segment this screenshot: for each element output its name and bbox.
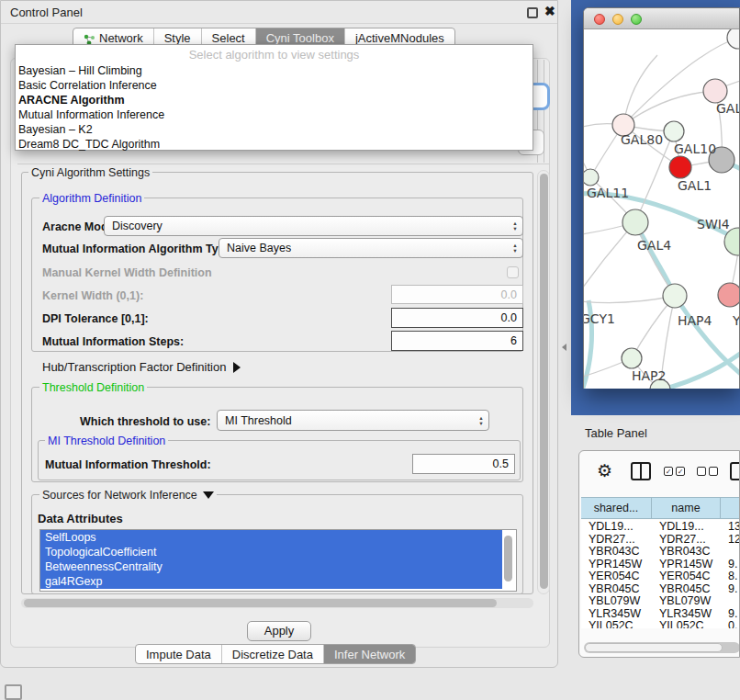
- table-column-header[interactable]: name: [652, 498, 721, 518]
- table-row[interactable]: YDL19...YDL19...13: [581, 520, 740, 533]
- table-cell: [721, 594, 740, 607]
- settings-vscrollbar-thumb[interactable]: [540, 174, 548, 589]
- which-threshold-select[interactable]: MI Threshold ▲▼: [217, 410, 489, 431]
- network-desktop-background: GALGAL80GAL10GAL1GAL11GAL4SWI4GCY1HAP4YH…: [571, 0, 740, 415]
- table-cell: YIL052C: [581, 619, 652, 628]
- tab-infer-network[interactable]: Infer Network: [324, 645, 415, 663]
- network-node-gal1[interactable]: [669, 156, 691, 178]
- table-column-header[interactable]: shared...: [581, 498, 652, 518]
- float-panel-icon[interactable]: [527, 7, 538, 18]
- algorithm-option[interactable]: Bayesian – Hill Climbing: [16, 63, 533, 78]
- apply-button[interactable]: Apply: [247, 621, 311, 641]
- kernel-width-field[interactable]: 0.0: [391, 285, 523, 304]
- table-cell: 9.: [721, 607, 740, 620]
- network-node-gal10[interactable]: [664, 121, 684, 141]
- network-node-gal11[interactable]: [584, 169, 599, 186]
- data-attribute-option[interactable]: SelfLoops: [40, 530, 502, 545]
- minimize-window-icon[interactable]: [612, 14, 623, 25]
- hub-definition-toggle[interactable]: Hub/Transcription Factor Definition: [42, 360, 241, 374]
- settings-vertical-scrollbar[interactable]: [537, 170, 550, 594]
- network-node-label: HAP4: [678, 313, 712, 328]
- table-row[interactable]: YPR145WYPR145W9.: [581, 558, 740, 570]
- select-all-checkboxes-icon[interactable]: ✓✓: [664, 467, 685, 476]
- table-row[interactable]: YBR043CYBR043C: [581, 545, 740, 558]
- table-row[interactable]: YLR345WYLR345W9.: [581, 607, 740, 620]
- algorithm-option[interactable]: Bayesian – K2: [16, 122, 533, 137]
- settings-hscrollbar-thumb[interactable]: [24, 599, 497, 607]
- mi-algorithm-type-select[interactable]: Naive Bayes ▲▼: [219, 238, 523, 258]
- new-column-icon[interactable]: [730, 462, 740, 480]
- deselect-all-checkboxes-icon[interactable]: [697, 467, 718, 476]
- algorithm-option[interactable]: Basic Correlation Inference: [16, 78, 533, 93]
- table-cell: YLR345W: [581, 607, 652, 620]
- network-nodes: [584, 29, 739, 389]
- sources-group-title[interactable]: Sources for Network Inference: [39, 489, 217, 502]
- settings-horizontal-scrollbar[interactable]: [21, 598, 533, 608]
- close-panel-icon[interactable]: ✖: [544, 4, 555, 18]
- table-row[interactable]: YER054CYER054C8.: [581, 570, 740, 582]
- table-panel-window: ⚙ ✓✓ shared...name YDL19...YDL19...13YDR…: [578, 450, 740, 658]
- network-node-y[interactable]: [718, 283, 739, 307]
- algorithm-option[interactable]: ARACNE Algorithm: [16, 93, 533, 107]
- combo-arrows-icon: ▲▼: [474, 415, 488, 426]
- gear-icon[interactable]: ⚙: [597, 460, 612, 481]
- network-node-label: GAL10: [674, 141, 716, 156]
- table-cell: [721, 545, 740, 558]
- mi-steps-field[interactable]: 6: [391, 331, 523, 351]
- tab-impute-data[interactable]: Impute Data: [136, 645, 222, 663]
- expanded-arrow-icon: [203, 491, 214, 499]
- algorithm-dropdown-popup: Select algorithm to view settings Bayesi…: [15, 44, 533, 151]
- table-cell: YDL19...: [652, 520, 721, 533]
- control-panel-window: Control Panel ✖ Network Style Select Cyn…: [0, 0, 558, 668]
- table-row[interactable]: YIL052CYIL052C0.: [581, 619, 740, 628]
- network-node-label: GAL11: [587, 186, 629, 200]
- network-canvas[interactable]: GALGAL80GAL10GAL1GAL11GAL4SWI4GCY1HAP4YH…: [584, 29, 739, 389]
- collapsed-arrow-icon: [233, 362, 241, 373]
- table-cell: YER054C: [652, 570, 721, 582]
- algorithm-options-list: Bayesian – Hill ClimbingBasic Correlatio…: [16, 63, 533, 152]
- mi-threshold-field[interactable]: 0.5: [412, 454, 515, 474]
- table-horizontal-scrollbar[interactable]: [584, 642, 740, 653]
- table-hscrollbar-thumb[interactable]: [585, 643, 723, 652]
- zoom-window-icon[interactable]: [631, 14, 642, 25]
- table-cell: 0.: [721, 619, 740, 628]
- network-node-gal4[interactable]: [622, 209, 648, 235]
- table-row[interactable]: YBL079WYBL079W: [581, 594, 740, 607]
- table-cell: 9.: [721, 582, 740, 595]
- algorithm-option[interactable]: Mutual Information Inference: [16, 107, 533, 122]
- table-row[interactable]: YDR27...YDR27...12: [581, 533, 740, 546]
- table-column-header[interactable]: [721, 498, 740, 518]
- network-node-hap4[interactable]: [663, 284, 687, 308]
- minimized-panel-icon[interactable]: [5, 684, 22, 700]
- split-pane-collapse-icon[interactable]: [562, 344, 566, 351]
- attributes-vscrollbar-thumb[interactable]: [504, 536, 512, 581]
- network-node-hap2[interactable]: [622, 348, 642, 368]
- data-attribute-option[interactable]: BetweennessCentrality: [40, 559, 502, 574]
- table-cell: YLR345W: [652, 607, 721, 620]
- table-cell: YDR27...: [581, 533, 652, 546]
- data-attributes-list[interactable]: SelfLoopsTopologicalCoefficientBetweenne…: [39, 529, 517, 592]
- split-columns-icon[interactable]: [631, 462, 651, 480]
- manual-kernel-label: Manual Kernel Width Definition: [42, 266, 212, 279]
- network-window-titlebar[interactable]: [584, 8, 739, 29]
- algorithm-option[interactable]: Dream8 DC_TDC Algorithm: [16, 137, 533, 152]
- kernel-width-label: Kernel Width (0,1):: [42, 289, 143, 302]
- data-attribute-option[interactable]: gal4RGexp: [40, 574, 502, 589]
- algorithm-definition-title: Algorithm Definition: [39, 192, 144, 205]
- network-node[interactable]: [727, 29, 739, 49]
- data-attribute-option[interactable]: TopologicalCoefficient: [40, 545, 502, 559]
- table-body: YDL19...YDL19...13YDR27...YDR27...12YBR0…: [581, 520, 740, 628]
- table-panel-title: Table Panel: [585, 426, 647, 440]
- manual-kernel-checkbox[interactable]: [507, 266, 519, 278]
- network-node-gal[interactable]: [703, 79, 727, 103]
- table-cell: 12: [721, 533, 740, 546]
- table-cell: YBL079W: [652, 594, 721, 607]
- table-cell: YBL079W: [581, 594, 652, 607]
- table-row[interactable]: YBR045CYBR045C9.: [581, 582, 740, 595]
- dpi-tolerance-field[interactable]: 0.0: [391, 308, 523, 328]
- tab-discretize-data[interactable]: Discretize Data: [222, 645, 324, 663]
- mi-algorithm-type-label: Mutual Information Algorithm Type:: [42, 243, 235, 255]
- table-cell: YBR043C: [652, 545, 721, 558]
- aracne-mode-select[interactable]: Discovery ▲▼: [104, 216, 523, 236]
- close-window-icon[interactable]: [594, 14, 605, 25]
